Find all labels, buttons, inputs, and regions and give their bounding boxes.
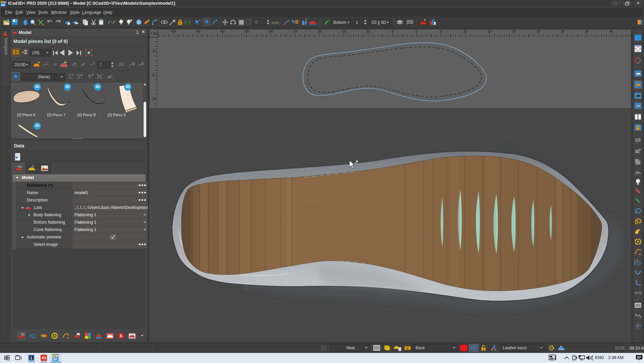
svg-text:5: 5 <box>440 30 442 33</box>
svg-text:ICEMAN: ICEMAN <box>559 349 565 350</box>
svg-text:30: 30 <box>560 30 565 33</box>
svg-text:10: 10 <box>463 30 467 33</box>
svg-text:-30: -30 <box>268 30 273 33</box>
svg-text:-10: -10 <box>151 97 156 101</box>
svg-text:S: S <box>120 334 122 338</box>
svg-text:-35: -35 <box>244 30 249 33</box>
svg-text:-5: -5 <box>152 73 155 77</box>
svg-text:-5: -5 <box>391 30 394 33</box>
svg-text:3d: 3d <box>1 3 5 6</box>
svg-text:Cm.: Cm. <box>151 31 158 36</box>
svg-text:-45: -45 <box>195 30 200 33</box>
svg-text:0: 0 <box>416 30 418 33</box>
svg-text:-40: -40 <box>220 30 225 33</box>
svg-text:25: 25 <box>536 30 540 33</box>
svg-text:-15: -15 <box>341 30 346 33</box>
svg-text:40: 40 <box>609 30 613 33</box>
svg-text:15: 15 <box>488 30 492 33</box>
svg-text:3d: 3d <box>53 357 57 361</box>
svg-text:20: 20 <box>512 30 516 33</box>
svg-text:1: 1 <box>30 356 32 360</box>
svg-text:35: 35 <box>585 30 589 33</box>
svg-text:-25: -25 <box>292 30 298 33</box>
svg-text:-20: -20 <box>317 30 322 33</box>
svg-text:0: 0 <box>153 49 155 53</box>
svg-text:-50: -50 <box>171 30 176 33</box>
svg-text:-10: -10 <box>366 30 371 33</box>
